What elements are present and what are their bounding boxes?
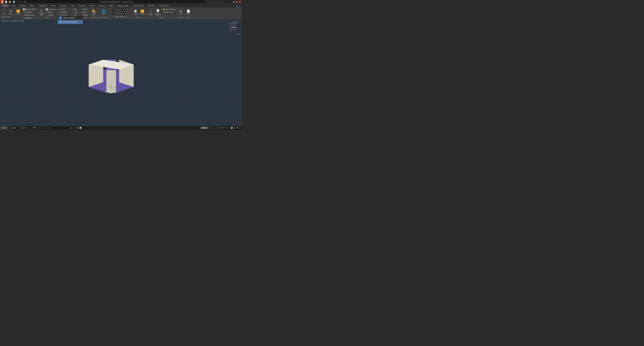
subtract-button[interactable]: ⊖Subtract xyxy=(58,11,68,13)
snap-icon[interactable]: ⊞ xyxy=(209,127,210,129)
circle-button[interactable]: ○Circle xyxy=(72,11,78,13)
open-btn[interactable]: 📂 xyxy=(8,0,12,3)
box-button[interactable]: ⬛ Box xyxy=(1,8,7,16)
status-play-icon[interactable]: ▶ xyxy=(71,127,72,129)
model-tab[interactable]: Model xyxy=(0,126,8,130)
mesh-sm1[interactable]: ⬜Primitives xyxy=(45,8,56,10)
visual-style-select[interactable]: Conceptual Realistic Wireframe xyxy=(112,8,125,11)
tab-solid[interactable]: Solid xyxy=(10,4,18,7)
make-current-button[interactable]: ⭐Make Current xyxy=(162,8,176,10)
status-chart-icon[interactable]: 📊 xyxy=(80,127,81,129)
visual-style-arrow: ▾ xyxy=(125,9,126,10)
zoom-icon[interactable]: 🔍 xyxy=(236,127,238,129)
line-button[interactable]: ╱Line xyxy=(72,8,78,10)
match-layer-button[interactable]: ≡Match Layer xyxy=(162,11,176,13)
minimize-btn[interactable]: — xyxy=(232,1,235,3)
autocad-logo: A xyxy=(1,0,4,3)
status-refresh-icon[interactable]: ↻ xyxy=(75,127,76,129)
base-button[interactable]: 📄 Base xyxy=(186,8,191,16)
command-prompt-icon: ✕ xyxy=(32,127,34,129)
title-bar-left: A 📄 📂 💾 ↩ ↪ 🖨 xyxy=(1,0,27,3)
presspull-button[interactable]: 🔼 Presspull xyxy=(14,8,22,16)
transparency-icon[interactable]: ◫ xyxy=(227,127,228,129)
mesh-buttons: ⬡ ExtractEdges ⬜Primitives ✦Refine ⬛Crea… xyxy=(38,8,56,16)
tab-a360[interactable]: A360 xyxy=(107,4,115,7)
extrude-faces-button[interactable]: ↑ Extrude Faces xyxy=(22,14,37,16)
saved-view-select[interactable]: Unsaved View xyxy=(112,12,127,15)
tab-addins[interactable]: Add-ins xyxy=(97,4,107,7)
tab-express-tools[interactable]: Express Tools xyxy=(115,4,130,7)
viewport-cube-svg: FRONT xyxy=(226,21,239,34)
layer-properties-button[interactable]: 📋 LayerProperties xyxy=(154,8,162,16)
smooth-object-button[interactable]: ⬜ Smooth Object xyxy=(22,8,37,10)
coordinates-buttons: 🌐 World xyxy=(100,8,106,16)
tab-featured-apps[interactable]: Featured Apps xyxy=(130,4,146,7)
tab-insert[interactable]: Insert xyxy=(49,4,58,7)
world-button[interactable]: 🌐 World xyxy=(100,8,106,16)
tab-home[interactable]: Home xyxy=(1,4,10,7)
new-btn[interactable]: 📄 xyxy=(4,0,8,3)
3d-icon[interactable]: 3D xyxy=(219,127,221,129)
dyn-input-icon[interactable]: DYN xyxy=(222,127,225,129)
annotate-icon[interactable]: 📝 xyxy=(231,127,233,129)
viewport-cube[interactable]: FRONT xyxy=(226,21,239,34)
polysolid-button[interactable]: ▭ Polysolid xyxy=(22,11,37,13)
draw-btns: ╱Line ○Circle ⌒Arc xyxy=(72,8,78,16)
separate-button[interactable]: ✂ Separate xyxy=(22,17,37,19)
extract-edges-button[interactable]: ⬡ ExtractEdges xyxy=(38,8,44,16)
smooth-object-label: Smooth Object xyxy=(25,8,36,10)
tab-output[interactable]: Output xyxy=(88,4,97,7)
tab-view[interactable]: View xyxy=(69,4,77,7)
lineweight-icon[interactable]: ≡ xyxy=(226,127,226,129)
tab-surface[interactable]: Surface xyxy=(18,4,28,7)
undo-btn[interactable]: ↩ xyxy=(16,0,19,3)
tab-manage[interactable]: Manage xyxy=(77,4,88,7)
polar-icon[interactable]: ◎ xyxy=(215,127,216,129)
selection-icon[interactable]: ↗ xyxy=(229,127,230,129)
maximize-btn[interactable]: □ xyxy=(236,1,238,3)
single-viewport-option[interactable]: ⊡ Single viewport xyxy=(58,16,83,20)
layout2-tab[interactable]: Layout2 xyxy=(18,126,28,130)
viewport-selector-btn[interactable]: ⊞ Single viewport ▾ xyxy=(112,15,128,18)
separate-label: Separate xyxy=(25,17,31,19)
culling-button[interactable]: 🔲 Culling xyxy=(132,8,138,16)
union-button[interactable]: ⊕Union xyxy=(58,8,68,10)
group-button[interactable]: ⊞ Group xyxy=(178,8,184,16)
search-input[interactable] xyxy=(206,0,232,3)
command-input[interactable] xyxy=(37,127,69,129)
close-btn[interactable]: ✕ xyxy=(239,1,241,3)
sign-in-link[interactable]: Sign In xyxy=(236,5,240,7)
no-filter-button[interactable]: 🔽 No Filter xyxy=(139,8,146,16)
status-stop-icon[interactable]: ⏹ xyxy=(77,127,79,129)
redo-btn[interactable]: ↪ xyxy=(20,0,23,3)
copy-button[interactable]: ⎘Copy xyxy=(81,11,89,13)
layout1-tab[interactable]: Layout1 xyxy=(8,126,18,130)
grid-icon[interactable]: ⊡ xyxy=(211,127,212,129)
section-buttons: 📐 SectionPlane xyxy=(91,8,97,16)
object-snap-icon[interactable]: ⊕ xyxy=(217,127,218,129)
3d-object-container: X Y xyxy=(74,52,148,93)
solid-surface-label: Solid Surface xyxy=(1,16,11,18)
tab-annotate[interactable]: Annotate xyxy=(58,4,69,7)
tab-bim360[interactable]: BIM 360 xyxy=(146,4,157,7)
extrude-button[interactable]: ⬆ Extrude xyxy=(8,8,14,16)
tab-parametric[interactable]: Parametric xyxy=(36,4,49,7)
settings-icon[interactable]: ⚙ xyxy=(239,127,240,129)
section-group-label: Section ▾ xyxy=(91,17,97,18)
multiple-viewports-option[interactable]: ⊞ Multiple Viewports xyxy=(58,20,83,24)
save-btn[interactable]: 💾 xyxy=(12,0,16,3)
mesh-sm2[interactable]: ✦Refine xyxy=(45,11,56,13)
mesh-sm3[interactable]: ⬛Crease xyxy=(45,14,56,16)
print-btn[interactable]: 🖨 xyxy=(24,0,27,3)
scale-icon[interactable]: 1:1 xyxy=(234,127,236,129)
layers-group-label: Layers ▾ xyxy=(159,17,164,18)
add-layout-btn[interactable]: + xyxy=(28,127,31,129)
move-gizmo-button[interactable]: ↔ MoveGizmo xyxy=(148,8,154,16)
tab-mesh[interactable]: Mesh xyxy=(28,4,36,7)
move-button[interactable]: ✛Move xyxy=(81,8,89,10)
section-plane-button[interactable]: 📐 SectionPlane xyxy=(91,8,97,16)
culling-label: Culling xyxy=(133,13,138,15)
status-pause-icon[interactable]: ⏸ xyxy=(73,127,74,129)
ortho-icon[interactable]: ⊥ xyxy=(212,127,214,129)
tab-performance[interactable]: Performance xyxy=(157,4,171,7)
